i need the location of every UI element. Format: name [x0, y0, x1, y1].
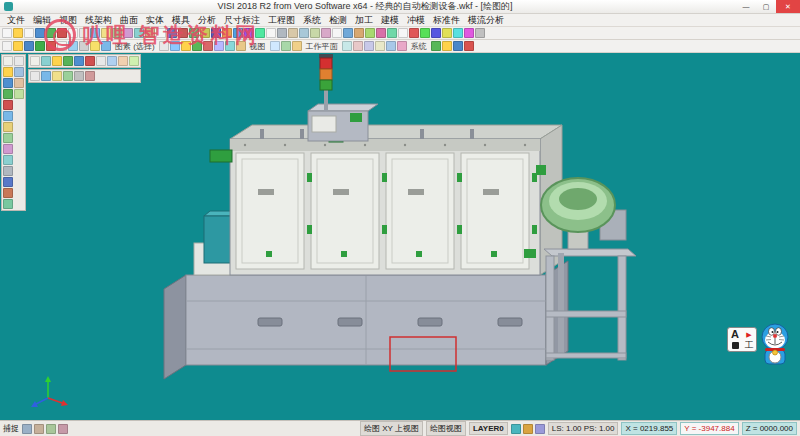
- toolbar-icon[interactable]: [192, 41, 202, 51]
- toolbar-icon[interactable]: [52, 56, 62, 66]
- toolbar-icon[interactable]: [203, 41, 213, 51]
- toolbar-icon[interactable]: [387, 28, 397, 38]
- toolbar-icon[interactable]: [145, 28, 155, 38]
- toolbar-icon[interactable]: [3, 67, 13, 77]
- toolbar-icon[interactable]: [376, 28, 386, 38]
- toolbar-icon[interactable]: [3, 188, 13, 198]
- toolbar-icon[interactable]: [79, 41, 89, 51]
- menu-item[interactable]: 实体: [142, 14, 168, 27]
- toolbar-icon[interactable]: [353, 41, 363, 51]
- toolbar-icon[interactable]: [68, 41, 78, 51]
- menu-item[interactable]: 冲模: [403, 14, 429, 27]
- toolbar-icon[interactable]: [34, 424, 44, 434]
- menu-item[interactable]: 标准件: [429, 14, 464, 27]
- toolbar-icon[interactable]: [200, 28, 210, 38]
- minimize-button[interactable]: —: [736, 0, 756, 13]
- toolbar-icon[interactable]: [14, 67, 24, 77]
- toolbar-icon[interactable]: [35, 28, 45, 38]
- menu-item[interactable]: 模具: [168, 14, 194, 27]
- menu-item[interactable]: 建模: [377, 14, 403, 27]
- toolbar-icon[interactable]: [299, 28, 309, 38]
- toolbar-icon[interactable]: [354, 28, 364, 38]
- menu-item[interactable]: 文件: [3, 14, 29, 27]
- toolbar-icon[interactable]: [3, 133, 13, 143]
- toolbar-icon[interactable]: [189, 28, 199, 38]
- toolbar-icon[interactable]: [30, 56, 40, 66]
- toolbar-icon[interactable]: [233, 28, 243, 38]
- toolbar-icon[interactable]: [101, 41, 111, 51]
- toolbar-icon[interactable]: [3, 78, 13, 88]
- toolbar-icon[interactable]: [342, 41, 352, 51]
- toolbar-icon[interactable]: [3, 144, 13, 154]
- toolbar-icon[interactable]: [420, 28, 430, 38]
- toolbar-icon[interactable]: [14, 78, 24, 88]
- toolbar-icon[interactable]: [3, 177, 13, 187]
- toolbar-icon[interactable]: [46, 28, 56, 38]
- toolbar-icon[interactable]: [431, 28, 441, 38]
- toolbar-icon[interactable]: [277, 28, 287, 38]
- toolbar-icon[interactable]: [431, 41, 441, 51]
- menu-item[interactable]: 视图: [55, 14, 81, 27]
- toolbar-icon[interactable]: [13, 28, 23, 38]
- toolbar-icon[interactable]: [442, 28, 452, 38]
- toolbar-icon[interactable]: [167, 28, 177, 38]
- toolbar-icon[interactable]: [35, 41, 45, 51]
- toolbar-icon[interactable]: [63, 56, 73, 66]
- toolbar-icon[interactable]: [211, 28, 221, 38]
- maximize-button[interactable]: ▢: [756, 0, 776, 13]
- toolbar-icon[interactable]: [3, 166, 13, 176]
- toolbar-icon[interactable]: [270, 41, 280, 51]
- toolbar-icon[interactable]: [535, 424, 545, 434]
- menu-item[interactable]: 分析: [194, 14, 220, 27]
- toolbar-icon[interactable]: [3, 56, 13, 66]
- toolbar-icon[interactable]: [3, 122, 13, 132]
- toolbar-icon[interactable]: [398, 28, 408, 38]
- toolbar-icon[interactable]: [511, 424, 521, 434]
- toolbar-icon[interactable]: [13, 41, 23, 51]
- toolbar-icon[interactable]: [74, 71, 84, 81]
- toolbar-icon[interactable]: [101, 28, 111, 38]
- toolbar-icon[interactable]: [118, 56, 128, 66]
- toolbar-icon[interactable]: [46, 41, 56, 51]
- menu-item[interactable]: 工程图: [264, 14, 299, 27]
- toolbar-icon[interactable]: [222, 28, 232, 38]
- toolbar-icon[interactable]: [107, 56, 117, 66]
- toolbar-icon[interactable]: [68, 28, 78, 38]
- toolbar-icon[interactable]: [52, 71, 62, 81]
- menu-item[interactable]: 模流分析: [464, 14, 508, 27]
- toolbar-icon[interactable]: [453, 41, 463, 51]
- toolbar-icon[interactable]: [3, 89, 13, 99]
- toolbar-icon[interactable]: [442, 41, 452, 51]
- toolbar-icon[interactable]: [365, 28, 375, 38]
- toolbar-icon[interactable]: [90, 41, 100, 51]
- toolbar-icon[interactable]: [288, 28, 298, 38]
- toolbar-icon[interactable]: [181, 41, 191, 51]
- toolbar-icon[interactable]: [24, 28, 34, 38]
- toolbar-icon[interactable]: [2, 41, 12, 51]
- close-button[interactable]: ✕: [776, 0, 800, 13]
- toolbar-icon[interactable]: [63, 71, 73, 81]
- menu-item[interactable]: 编辑: [29, 14, 55, 27]
- menu-item[interactable]: 曲面: [116, 14, 142, 27]
- toolbar-icon[interactable]: [475, 28, 485, 38]
- toolbar-icon[interactable]: [58, 424, 68, 434]
- menu-item[interactable]: 线架构: [81, 14, 116, 27]
- toolbar-icon[interactable]: [90, 28, 100, 38]
- toolbar-icon[interactable]: [281, 41, 291, 51]
- toolbar-icon[interactable]: [343, 28, 353, 38]
- toolbar-icon[interactable]: [3, 199, 13, 209]
- toolbar-icon[interactable]: [46, 424, 56, 434]
- toolbar-icon[interactable]: [409, 28, 419, 38]
- menu-item[interactable]: 系统: [299, 14, 325, 27]
- view-indicator[interactable]: 绘图视图: [426, 421, 466, 436]
- toolbar-icon[interactable]: [156, 28, 166, 38]
- toolbar-icon[interactable]: [112, 28, 122, 38]
- cad-model[interactable]: [0, 53, 800, 420]
- toolbar-icon[interactable]: [386, 41, 396, 51]
- toolbar-icon[interactable]: [178, 28, 188, 38]
- toolbar-icon[interactable]: [236, 41, 246, 51]
- menu-item[interactable]: 加工: [351, 14, 377, 27]
- toolbar-icon[interactable]: [123, 28, 133, 38]
- toolbar-icon[interactable]: [321, 28, 331, 38]
- toolbar-icon[interactable]: [292, 41, 302, 51]
